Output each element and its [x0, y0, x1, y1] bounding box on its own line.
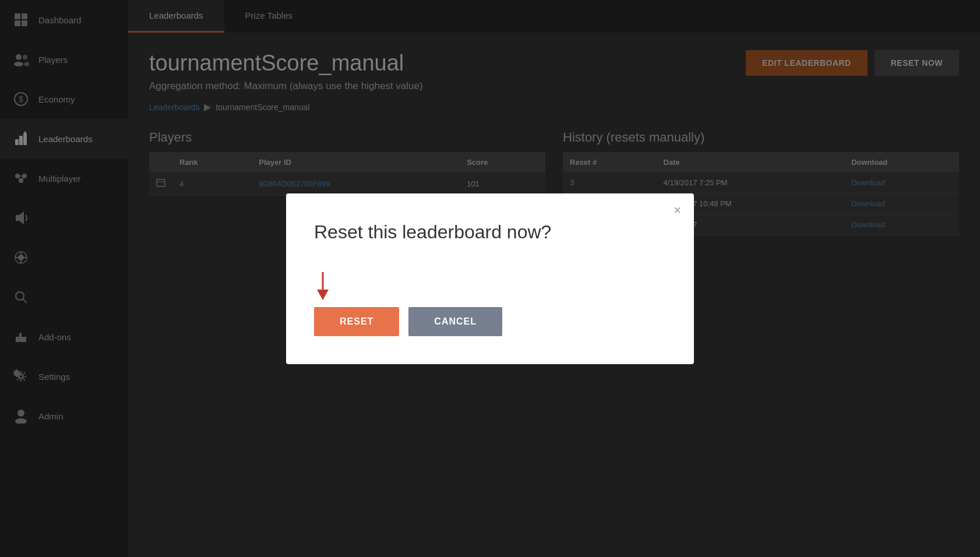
reset-modal: × Reset this leaderboard now? RESET CANC…	[286, 193, 694, 364]
modal-reset-button[interactable]: RESET	[314, 307, 399, 336]
modal-cancel-button[interactable]: CANCEL	[408, 307, 502, 336]
modal-arrow-icon	[314, 272, 332, 301]
modal-title: Reset this leaderboard now?	[314, 221, 666, 243]
modal-overlay[interactable]: × Reset this leaderboard now? RESET CANC…	[0, 0, 980, 557]
modal-close-button[interactable]: ×	[674, 204, 681, 217]
modal-buttons: RESET CANCEL	[314, 307, 502, 336]
svg-marker-36	[317, 290, 329, 300]
